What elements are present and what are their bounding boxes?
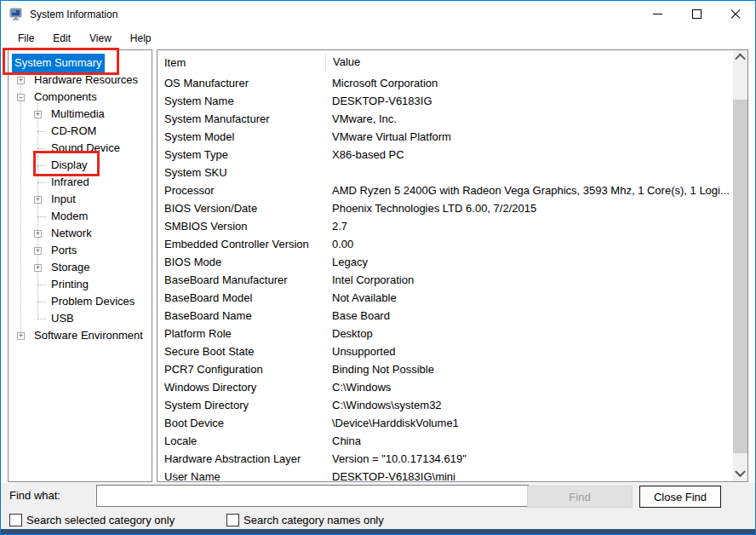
maximize-button[interactable] xyxy=(677,1,716,27)
table-cell-item: Hardware Abstraction Layer xyxy=(158,452,325,465)
table-row-baseboard-name[interactable]: BaseBoard Name Base Board xyxy=(158,307,733,325)
minimize-icon xyxy=(653,14,662,14)
system-information-app-icon xyxy=(9,8,23,21)
tree-item-components[interactable]: − Components xyxy=(9,89,152,106)
close-find-button[interactable]: Close Find xyxy=(639,486,721,508)
minimize-button[interactable] xyxy=(638,1,677,27)
table-row-platform-role[interactable]: Platform Role Desktop xyxy=(158,325,733,342)
tree-item-problem-devices[interactable]: Problem Devices xyxy=(9,293,152,310)
tree-item-system-summary[interactable]: System Summary xyxy=(9,55,152,72)
tree-item-label: Printing xyxy=(49,275,91,294)
table-row-baseboard-manufacturer[interactable]: BaseBoard Manufacturer Intel Corporation xyxy=(158,271,733,289)
find-button[interactable]: Find xyxy=(527,486,633,508)
column-header-item[interactable]: Item xyxy=(158,56,325,69)
vertical-scrollbar[interactable] xyxy=(733,50,747,481)
list-header: Item Value xyxy=(158,50,733,74)
table-cell-value: VMware, Inc. xyxy=(325,112,733,125)
table-row-bios-version-date[interactable]: BIOS Version/Date Phoenix Technologies L… xyxy=(158,199,733,217)
table-row-os-manufacturer[interactable]: OS Manufacturer Microsoft Corporation xyxy=(158,74,733,92)
tree-item-storage[interactable]: + Storage xyxy=(9,259,152,276)
table-cell-value: Not Available xyxy=(325,291,733,304)
detail-list-panel: Item Value OS Manufacturer Microsoft Cor… xyxy=(157,49,748,482)
find-what-label: Find what: xyxy=(9,489,60,502)
close-button[interactable] xyxy=(716,1,755,27)
tree-expander-icon[interactable]: + xyxy=(17,77,25,84)
table-row-boot-device[interactable]: Boot Device \Device\HarddiskVolume1 xyxy=(158,414,733,432)
find-bar: Find what: Find Close Find Search select… xyxy=(1,483,755,529)
table-row-system-directory[interactable]: System Directory C:\Windows\system32 xyxy=(158,396,733,414)
table-cell-value: AMD Ryzen 5 2400G with Radeon Vega Graph… xyxy=(325,184,733,197)
scroll-down-button[interactable] xyxy=(733,467,747,481)
tree-item-cd-rom[interactable]: CD-ROM xyxy=(9,123,152,140)
tree-item-label: System Summary xyxy=(12,54,105,72)
title-bar: System Information xyxy=(1,1,755,28)
table-cell-item: Windows Directory xyxy=(158,381,325,394)
table-cell-item: BIOS Mode xyxy=(158,256,325,268)
tree-item-usb[interactable]: USB xyxy=(9,310,152,327)
table-row-pcr7-configuration[interactable]: PCR7 Configuration Binding Not Possible xyxy=(158,360,733,378)
tree-item-label: Network xyxy=(49,224,94,243)
table-cell-item: SMBIOS Version xyxy=(158,220,325,233)
find-input[interactable] xyxy=(96,485,529,507)
menu-bar: File Edit View Help xyxy=(1,28,755,49)
tree-expander-icon[interactable]: + xyxy=(34,196,42,204)
table-row-processor[interactable]: Processor AMD Ryzen 5 2400G with Radeon … xyxy=(158,181,733,199)
table-cell-item: PCR7 Configuration xyxy=(158,363,325,376)
scroll-up-button[interactable] xyxy=(733,50,747,65)
table-row-locale[interactable]: Locale China xyxy=(158,432,733,450)
table-row-embedded-controller-version[interactable]: Embedded Controller Version 0.00 xyxy=(158,235,733,253)
menu-file[interactable]: File xyxy=(13,30,39,47)
tree-item-label: Storage xyxy=(49,258,93,277)
column-header-value[interactable]: Value xyxy=(325,54,733,71)
tree-item-network[interactable]: + Network xyxy=(9,225,152,242)
tree-item-display[interactable]: Display xyxy=(9,157,152,174)
table-cell-value: Microsoft Corporation xyxy=(325,77,733,89)
table-row-system-type[interactable]: System Type X86-based PC xyxy=(158,146,733,164)
tree-item-printing[interactable]: Printing xyxy=(9,276,152,293)
scrollbar-thumb[interactable] xyxy=(733,100,747,453)
table-row-hardware-abstraction-layer[interactable]: Hardware Abstraction Layer Version = "10… xyxy=(158,450,733,468)
tree-item-hardware-resources[interactable]: + Hardware Resources xyxy=(9,72,152,89)
tree-item-software-environment[interactable]: + Software Environment xyxy=(9,327,152,344)
table-row-bios-mode[interactable]: BIOS Mode Legacy xyxy=(158,253,733,271)
table-row-user-name[interactable]: User Name DESKTOP-V6183IG\mini xyxy=(158,468,733,481)
search-category-names-option: Search category names only xyxy=(226,514,384,526)
table-row-system-name[interactable]: System Name DESKTOP-V6183IG xyxy=(158,92,733,110)
table-row-system-model[interactable]: System Model VMware Virtual Platform xyxy=(158,128,733,146)
table-cell-item: System Model xyxy=(158,130,325,143)
tree-item-sound-device[interactable]: Sound Device xyxy=(9,140,152,157)
table-cell-item: OS Manufacturer xyxy=(158,77,325,89)
menu-edit[interactable]: Edit xyxy=(48,30,76,47)
tree-expander-icon[interactable]: + xyxy=(34,247,42,255)
tree-expander-icon[interactable]: + xyxy=(34,230,42,238)
tree-expander-icon[interactable]: + xyxy=(34,264,42,272)
table-cell-item: Boot Device xyxy=(158,417,325,429)
tree-item-label: Display xyxy=(49,156,90,175)
tree-item-label: CD-ROM xyxy=(49,122,99,141)
table-cell-item: Embedded Controller Version xyxy=(158,238,325,250)
tree-expander-icon[interactable]: + xyxy=(17,332,25,340)
table-row-system-sku[interactable]: System SKU xyxy=(158,164,733,181)
tree-item-ports[interactable]: + Ports xyxy=(9,242,152,259)
table-cell-value: Legacy xyxy=(325,256,733,268)
table-row-windows-directory[interactable]: Windows Directory C:\Windows xyxy=(158,378,733,396)
search-category-names-checkbox[interactable] xyxy=(226,514,239,526)
table-row-secure-boot-state[interactable]: Secure Boot State Unsupported xyxy=(158,342,733,360)
tree-expander-icon[interactable]: − xyxy=(17,94,25,101)
table-row-system-manufacturer[interactable]: System Manufacturer VMware, Inc. xyxy=(158,110,733,128)
tree-item-input[interactable]: + Input xyxy=(9,191,152,208)
tree-item-modem[interactable]: Modem xyxy=(9,208,152,225)
table-row-smbios-version[interactable]: SMBIOS Version 2.7 xyxy=(158,217,733,235)
tree-item-label: Modem xyxy=(49,207,90,226)
tree-item-infrared[interactable]: Infrared xyxy=(9,174,152,191)
table-row-baseboard-model[interactable]: BaseBoard Model Not Available xyxy=(158,289,733,307)
menu-help[interactable]: Help xyxy=(125,30,157,47)
tree-item-multimedia[interactable]: + Multimedia xyxy=(9,106,152,123)
table-cell-item: System Manufacturer xyxy=(158,112,325,125)
table-cell-value: Intel Corporation xyxy=(325,273,733,286)
table-cell-item: User Name xyxy=(158,470,325,481)
menu-view[interactable]: View xyxy=(84,30,117,47)
search-selected-category-checkbox[interactable] xyxy=(9,514,22,526)
table-cell-value: C:\Windows xyxy=(325,381,733,394)
tree-expander-icon[interactable]: + xyxy=(34,111,42,118)
